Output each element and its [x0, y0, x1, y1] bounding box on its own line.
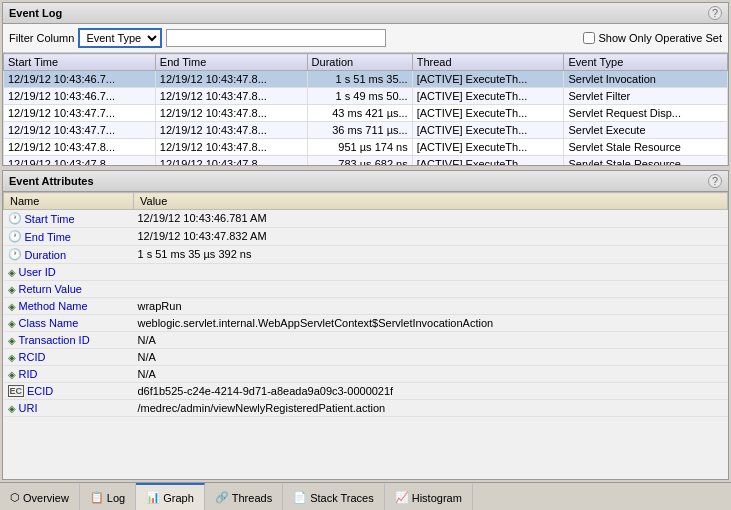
tab-log-label: Log	[107, 492, 125, 504]
attr-value-cell: weblogic.servlet.internal.WebAppServletC…	[134, 315, 728, 332]
col-header-duration[interactable]: Duration	[307, 54, 412, 71]
cell-thread: [ACTIVE] ExecuteTh...	[412, 71, 564, 88]
tab-histogram-label: Histogram	[412, 492, 462, 504]
filter-column-select[interactable]: Event Type Start Time End Time Duration …	[80, 30, 160, 46]
event-log-help-icon[interactable]: ?	[708, 6, 722, 20]
arrow-icon: ◈	[8, 335, 16, 346]
attr-name-cell: ◈Method Name	[4, 298, 134, 315]
arrow-icon: ◈	[8, 284, 16, 295]
attr-value-cell: 12/19/12 10:43:47.832 AM	[134, 228, 728, 246]
clock-icon: 🕐	[8, 248, 22, 261]
attr-name-cell: ◈Return Value	[4, 281, 134, 298]
overview-icon: ⬡	[10, 491, 20, 504]
cell-duration: 783 µs 682 ns	[307, 156, 412, 166]
event-table-row[interactable]: 12/19/12 10:43:47.8... 12/19/12 10:43:47…	[4, 139, 728, 156]
attr-value-cell: 1 s 51 ms 35 µs 392 ns	[134, 246, 728, 264]
cell-thread: [ACTIVE] ExecuteTh...	[412, 156, 564, 166]
attr-value-cell: N/A	[134, 366, 728, 383]
attr-value-cell: N/A	[134, 349, 728, 366]
attrs-col-value: Value	[134, 193, 728, 210]
cell-thread: [ACTIVE] ExecuteTh...	[412, 105, 564, 122]
tab-overview-label: Overview	[23, 492, 69, 504]
cell-event-type: Servlet Invocation	[564, 71, 728, 88]
graph-icon: 📊	[146, 491, 160, 504]
cell-duration: 951 µs 174 ns	[307, 139, 412, 156]
show-only-text: Show Only Operative Set	[598, 32, 722, 44]
event-table-row[interactable]: 12/19/12 10:43:47.8... 12/19/12 10:43:47…	[4, 156, 728, 166]
cell-end-time: 12/19/12 10:43:47.8...	[155, 139, 307, 156]
tab-stack-traces-label: Stack Traces	[310, 492, 374, 504]
cell-duration: 36 ms 711 µs...	[307, 122, 412, 139]
tab-threads-label: Threads	[232, 492, 272, 504]
threads-icon: 🔗	[215, 491, 229, 504]
tab-graph-label: Graph	[163, 492, 194, 504]
cell-duration: 43 ms 421 µs...	[307, 105, 412, 122]
attr-name-cell: ◈Transaction ID	[4, 332, 134, 349]
tab-histogram[interactable]: 📈 Histogram	[385, 483, 473, 510]
cell-duration: 1 s 49 ms 50...	[307, 88, 412, 105]
event-table-row[interactable]: 12/19/12 10:43:47.7... 12/19/12 10:43:47…	[4, 105, 728, 122]
attr-value-cell: d6f1b525-c24e-4214-9d71-a8eada9a09c3-000…	[134, 383, 728, 400]
attr-value-cell: wrapRun	[134, 298, 728, 315]
cell-event-type: Servlet Stale Resource	[564, 139, 728, 156]
attrs-table-container[interactable]: Name Value 🕐Start Time 12/19/12 10:43:46…	[3, 192, 728, 479]
cell-start-time: 12/19/12 10:43:46.7...	[4, 71, 156, 88]
attrs-table-row: 🕐End Time 12/19/12 10:43:47.832 AM	[4, 228, 728, 246]
main-container: Event Log ? Filter Column Event Type Sta…	[0, 0, 731, 510]
cell-thread: [ACTIVE] ExecuteTh...	[412, 139, 564, 156]
attr-value-cell: N/A	[134, 332, 728, 349]
cell-end-time: 12/19/12 10:43:47.8...	[155, 71, 307, 88]
cell-start-time: 12/19/12 10:43:47.7...	[4, 105, 156, 122]
log-icon: 📋	[90, 491, 104, 504]
cell-event-type: Servlet Execute	[564, 122, 728, 139]
tab-overview[interactable]: ⬡ Overview	[0, 483, 80, 510]
filter-text-input[interactable]	[166, 29, 386, 47]
cell-event-type: Servlet Filter	[564, 88, 728, 105]
bottom-tabs: ⬡ Overview 📋 Log 📊 Graph 🔗 Threads 📄 Sta…	[0, 482, 731, 510]
attr-name-cell: 🕐Duration	[4, 246, 134, 264]
filter-select-container: Event Type Start Time End Time Duration …	[78, 28, 162, 48]
event-log-section: Event Log ? Filter Column Event Type Sta…	[2, 2, 729, 166]
attr-value-cell: /medrec/admin/viewNewlyRegisteredPatient…	[134, 400, 728, 417]
arrow-icon: ◈	[8, 318, 16, 329]
tab-graph[interactable]: 📊 Graph	[136, 483, 205, 510]
filter-row: Filter Column Event Type Start Time End …	[3, 24, 728, 53]
tab-log[interactable]: 📋 Log	[80, 483, 136, 510]
attrs-table-row: ◈RCID N/A	[4, 349, 728, 366]
col-header-thread[interactable]: Thread	[412, 54, 564, 71]
attrs-table-row: ◈Method Name wrapRun	[4, 298, 728, 315]
arrow-icon: ◈	[8, 352, 16, 363]
col-header-start-time[interactable]: Start Time	[4, 54, 156, 71]
tab-threads[interactable]: 🔗 Threads	[205, 483, 283, 510]
event-attrs-help-icon[interactable]: ?	[708, 174, 722, 188]
arrow-icon: ◈	[8, 403, 16, 414]
event-table: Start Time End Time Duration Thread Even…	[3, 53, 728, 165]
arrow-icon: ◈	[8, 369, 16, 380]
event-table-row[interactable]: 12/19/12 10:43:46.7... 12/19/12 10:43:47…	[4, 88, 728, 105]
box-icon: EC	[8, 385, 25, 397]
attr-name-cell: ◈RID	[4, 366, 134, 383]
histogram-icon: 📈	[395, 491, 409, 504]
filter-label: Filter Column	[9, 32, 74, 44]
cell-event-type: Servlet Stale Resource	[564, 156, 728, 166]
attr-name-cell: ECECID	[4, 383, 134, 400]
cell-end-time: 12/19/12 10:43:47.8...	[155, 122, 307, 139]
attr-value-cell	[134, 281, 728, 298]
event-table-scroll[interactable]: Start Time End Time Duration Thread Even…	[3, 53, 728, 165]
attr-value-cell	[134, 264, 728, 281]
event-attrs-header: Event Attributes ?	[3, 171, 728, 192]
event-table-row[interactable]: 12/19/12 10:43:46.7... 12/19/12 10:43:47…	[4, 71, 728, 88]
col-header-end-time[interactable]: End Time	[155, 54, 307, 71]
tab-stack-traces[interactable]: 📄 Stack Traces	[283, 483, 385, 510]
attrs-table-row: ◈URI /medrec/admin/viewNewlyRegisteredPa…	[4, 400, 728, 417]
attrs-table: Name Value 🕐Start Time 12/19/12 10:43:46…	[3, 192, 728, 417]
event-table-row[interactable]: 12/19/12 10:43:47.7... 12/19/12 10:43:47…	[4, 122, 728, 139]
show-only-checkbox[interactable]	[583, 32, 595, 44]
attrs-table-row: ECECID d6f1b525-c24e-4214-9d71-a8eada9a0…	[4, 383, 728, 400]
event-log-header: Event Log ?	[3, 3, 728, 24]
attrs-table-row: 🕐Duration 1 s 51 ms 35 µs 392 ns	[4, 246, 728, 264]
attr-name-cell: 🕐End Time	[4, 228, 134, 246]
col-header-event-type[interactable]: Event Type	[564, 54, 728, 71]
attrs-col-name: Name	[4, 193, 134, 210]
event-attrs-title: Event Attributes	[9, 175, 94, 187]
